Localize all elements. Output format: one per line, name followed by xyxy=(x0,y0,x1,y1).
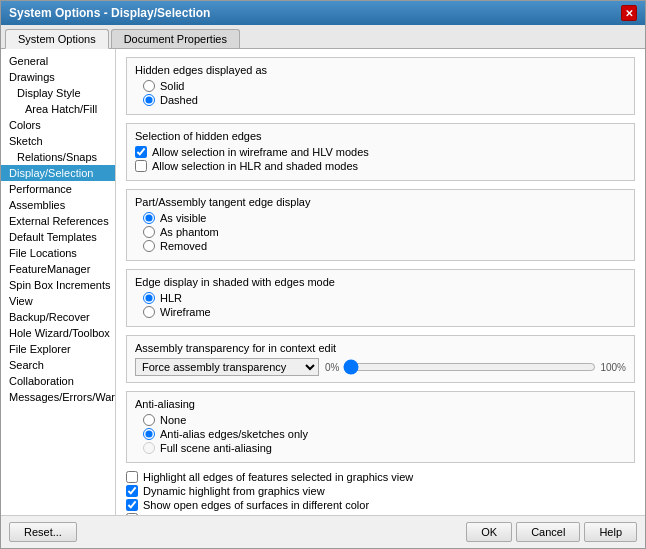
section-anti-aliasing: Anti-aliasing None Anti-alias edges/sket… xyxy=(126,391,635,463)
transparency-slider-container: 0% 100% xyxy=(325,360,626,374)
sidebar-item-assemblies[interactable]: Assemblies xyxy=(1,197,115,213)
main-panel: Hidden edges displayed as Solid Dashed S… xyxy=(116,49,645,515)
sidebar-item-hole-wizard-toolbox[interactable]: Hole Wizard/Toolbox xyxy=(1,325,115,341)
sidebar-item-display-style[interactable]: Display Style xyxy=(1,85,115,101)
hidden-edges-title: Hidden edges displayed as xyxy=(135,64,626,76)
edge-display-title: Edge display in shaded with edges mode xyxy=(135,276,626,288)
radio-as-visible-input[interactable] xyxy=(143,212,155,224)
sidebar-item-display-selection[interactable]: Display/Selection xyxy=(1,165,115,181)
tab-bar: System Options Document Properties xyxy=(1,25,645,49)
radio-removed-input[interactable] xyxy=(143,240,155,252)
sidebar-item-drawings[interactable]: Drawings xyxy=(1,69,115,85)
transparency-max-label: 100% xyxy=(600,362,626,373)
highlight-all-edges-input[interactable] xyxy=(126,471,138,483)
sidebar-item-sketch[interactable]: Sketch xyxy=(1,133,115,149)
sidebar-item-file-locations[interactable]: File Locations xyxy=(1,245,115,261)
selection-hidden-title: Selection of hidden edges xyxy=(135,130,626,142)
checkboxes-section: Highlight all edges of features selected… xyxy=(126,471,635,515)
radio-solid[interactable]: Solid xyxy=(143,80,626,92)
bottom-bar: Reset... OK Cancel Help xyxy=(1,515,645,548)
radio-full-scene-input xyxy=(143,442,155,454)
section-tangent-edge: Part/Assembly tangent edge display As vi… xyxy=(126,189,635,261)
radio-solid-input[interactable] xyxy=(143,80,155,92)
tangent-edge-title: Part/Assembly tangent edge display xyxy=(135,196,626,208)
radio-wireframe[interactable]: Wireframe xyxy=(143,306,626,318)
radio-dashed[interactable]: Dashed xyxy=(143,94,626,106)
tangent-edge-options: As visible As phantom Removed xyxy=(143,212,626,252)
transparency-min-label: 0% xyxy=(325,362,339,373)
cancel-button[interactable]: Cancel xyxy=(516,522,580,542)
checkbox-dynamic-highlight[interactable]: Dynamic highlight from graphics view xyxy=(126,485,635,497)
checkbox-wireframe-hlv-input[interactable] xyxy=(135,146,147,158)
sidebar-item-colors[interactable]: Colors xyxy=(1,117,115,133)
sidebar-item-external-references[interactable]: External References xyxy=(1,213,115,229)
checkbox-allow-wireframe-hlv[interactable]: Allow selection in wireframe and HLV mod… xyxy=(135,146,626,158)
radio-hlr-input[interactable] xyxy=(143,292,155,304)
sidebar-item-backup-recover[interactable]: Backup/Recover xyxy=(1,309,115,325)
radio-hlr[interactable]: HLR xyxy=(143,292,626,304)
checkbox-allow-hlr-shaded[interactable]: Allow selection in HLR and shaded modes xyxy=(135,160,626,172)
anti-aliasing-options: None Anti-alias edges/sketches only Full… xyxy=(143,414,626,454)
tab-document-properties[interactable]: Document Properties xyxy=(111,29,240,48)
sidebar-item-messages-errors-warnings[interactable]: Messages/Errors/Warnings xyxy=(1,389,115,405)
sidebar-item-collaboration[interactable]: Collaboration xyxy=(1,373,115,389)
sidebar-item-default-templates[interactable]: Default Templates xyxy=(1,229,115,245)
section-hidden-edges: Hidden edges displayed as Solid Dashed xyxy=(126,57,635,115)
checkbox-show-open-edges[interactable]: Show open edges of surfaces in different… xyxy=(126,499,635,511)
sidebar-item-performance[interactable]: Performance xyxy=(1,181,115,197)
radio-none-input[interactable] xyxy=(143,414,155,426)
radio-none[interactable]: None xyxy=(143,414,626,426)
radio-dashed-input[interactable] xyxy=(143,94,155,106)
sidebar-item-feature-manager[interactable]: FeatureManager xyxy=(1,261,115,277)
show-open-edges-input[interactable] xyxy=(126,499,138,511)
radio-as-phantom[interactable]: As phantom xyxy=(143,226,626,238)
section-selection-hidden: Selection of hidden edges Allow selectio… xyxy=(126,123,635,181)
radio-as-phantom-input[interactable] xyxy=(143,226,155,238)
transparency-title: Assembly transparency for in context edi… xyxy=(135,342,626,354)
anti-aliasing-title: Anti-aliasing xyxy=(135,398,626,410)
ok-button[interactable]: OK xyxy=(466,522,512,542)
transparency-slider[interactable] xyxy=(343,360,596,374)
sidebar-item-relations-snaps[interactable]: Relations/Snaps xyxy=(1,149,115,165)
section-edge-display: Edge display in shaded with edges mode H… xyxy=(126,269,635,327)
radio-full-scene: Full scene anti-aliasing xyxy=(143,442,626,454)
main-window: System Options - Display/Selection ✕ Sys… xyxy=(0,0,646,549)
checkbox-hlr-shaded-input[interactable] xyxy=(135,160,147,172)
window-title: System Options - Display/Selection xyxy=(9,6,210,20)
radio-anti-alias-edges[interactable]: Anti-alias edges/sketches only xyxy=(143,428,626,440)
radio-as-visible[interactable]: As visible xyxy=(143,212,626,224)
sidebar-item-search[interactable]: Search xyxy=(1,357,115,373)
sidebar-item-spin-box-increments[interactable]: Spin Box Increments xyxy=(1,277,115,293)
radio-removed[interactable]: Removed xyxy=(143,240,626,252)
hidden-edges-options: Solid Dashed xyxy=(143,80,626,106)
dialog-buttons: OK Cancel Help xyxy=(466,522,637,542)
transparency-row: Force assembly transparency Maintain ass… xyxy=(135,358,626,376)
title-bar: System Options - Display/Selection ✕ xyxy=(1,1,645,25)
sidebar-item-general[interactable]: General xyxy=(1,53,115,69)
dynamic-highlight-input[interactable] xyxy=(126,485,138,497)
transparency-dropdown[interactable]: Force assembly transparency Maintain ass… xyxy=(135,358,319,376)
checkbox-highlight-all-edges[interactable]: Highlight all edges of features selected… xyxy=(126,471,635,483)
sidebar-item-file-explorer[interactable]: File Explorer xyxy=(1,341,115,357)
section-transparency: Assembly transparency for in context edi… xyxy=(126,335,635,383)
sidebar-item-area-hatch-fill[interactable]: Area Hatch/Fill xyxy=(1,101,115,117)
radio-wireframe-input[interactable] xyxy=(143,306,155,318)
content-area: General Drawings Display Style Area Hatc… xyxy=(1,49,645,515)
close-button[interactable]: ✕ xyxy=(621,5,637,21)
help-button[interactable]: Help xyxy=(584,522,637,542)
reset-button[interactable]: Reset... xyxy=(9,522,77,542)
sidebar: General Drawings Display Style Area Hatc… xyxy=(1,49,116,515)
radio-anti-alias-edges-input[interactable] xyxy=(143,428,155,440)
tab-system-options[interactable]: System Options xyxy=(5,29,109,49)
edge-display-options: HLR Wireframe xyxy=(143,292,626,318)
sidebar-item-view[interactable]: View xyxy=(1,293,115,309)
